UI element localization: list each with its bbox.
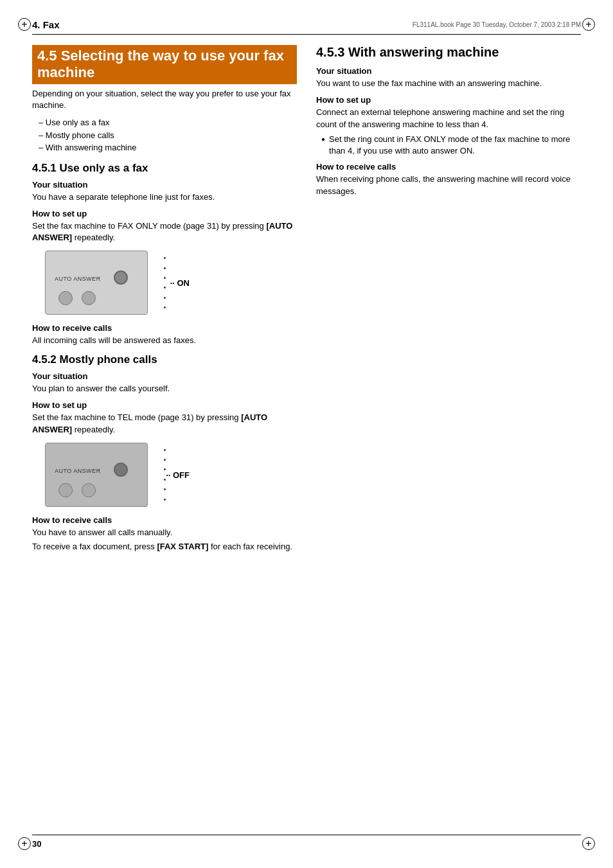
device-buttons-on	[58, 291, 96, 305]
dot-3	[164, 277, 166, 279]
dot-4	[164, 287, 166, 288]
device-label-on: AUTO ANSWER	[55, 276, 101, 282]
bullet-item-1: Use only as a fax	[39, 116, 297, 129]
section-451-receive-label: How to receive calls	[32, 323, 297, 333]
header-title: 4. Fax	[32, 19, 60, 30]
section-45-bar: 4.5 Selecting the way to use your fax ma…	[32, 45, 297, 84]
device-knob-on	[114, 270, 128, 285]
device-btn-1	[58, 291, 73, 305]
dot-off-6	[164, 499, 166, 500]
on-label: ·· ON	[170, 278, 190, 288]
section-452-your-situation-label: Your situation	[32, 371, 297, 381]
corner-mark-tr	[582, 18, 595, 31]
right-column: 4.5.3 With answering machine Your situat…	[316, 45, 581, 556]
device-btn-3	[58, 483, 73, 497]
section-452-setup-text: Set the fax machine to TEL mode (page 31…	[32, 412, 297, 436]
section-453-receive-text: When receiving phone calls, the answerin…	[316, 173, 581, 198]
section-453: 4.5.3 With answering machine Your situat…	[316, 45, 581, 198]
section-45-bullets: Use only as a fax Mostly phone calls Wit…	[39, 116, 297, 154]
left-column: 4.5 Selecting the way to use your fax ma…	[32, 45, 297, 556]
device-knob-off	[114, 463, 128, 477]
section-45: 4.5 Selecting the way to use your fax ma…	[32, 45, 297, 154]
device-btn-4	[82, 483, 96, 497]
section-451-setup-label: How to set up	[32, 209, 297, 218]
device-image-on: AUTO ANSWER	[45, 251, 161, 317]
page-header: 4. Fax FL311AL.book Page 30 Tuesday, Oct…	[32, 19, 581, 35]
corner-mark-tl	[18, 18, 31, 31]
section-45-title: 4.5 Selecting the way to use your fax ma…	[37, 48, 292, 82]
section-452-title: 4.5.2 Mostly phone calls	[32, 353, 297, 366]
section-453-title: 4.5.3 With answering machine	[316, 45, 581, 60]
dot-5	[164, 297, 166, 299]
bullet-item-2: Mostly phone calls	[39, 129, 297, 142]
file-info: FL311AL.book Page 30 Tuesday, October 7,…	[413, 21, 581, 28]
section-453-your-situation-text: You want to use the fax machine with an …	[316, 78, 581, 90]
section-452-receive-label: How to receive calls	[32, 515, 297, 525]
dot-off-2	[164, 459, 166, 461]
section-451-title: 4.5.1 Use only as a fax	[32, 162, 297, 175]
section-45-intro: Depending on your situation, select the …	[32, 88, 297, 111]
section-453-receive-label: How to receive calls	[316, 162, 581, 172]
section-453-setup-label: How to set up	[316, 95, 581, 105]
section-452: 4.5.2 Mostly phone calls Your situation …	[32, 353, 297, 553]
section-451: 4.5.1 Use only as a fax Your situation Y…	[32, 162, 297, 347]
device-label-off: AUTO ANSWER	[55, 468, 101, 474]
section-453-your-situation-label: Your situation	[316, 66, 581, 76]
corner-mark-br	[582, 837, 595, 850]
two-column-layout: 4.5 Selecting the way to use your fax ma…	[32, 45, 581, 556]
device-image-off: AUTO ANSWER	[45, 443, 161, 509]
device-box-on: AUTO ANSWER	[45, 251, 148, 315]
section-452-your-situation-text: You plan to answer the calls yourself.	[32, 383, 297, 395]
dot-6	[164, 306, 166, 308]
device-btn-2	[82, 291, 96, 305]
dot-off-1	[164, 449, 166, 451]
section-453-setup-text: Connect an external telephone answering …	[316, 107, 581, 131]
page-number: 30	[32, 839, 41, 849]
dot-1	[164, 257, 166, 259]
section-452-receive-text-1: You have to answer all calls manually.	[32, 527, 297, 539]
page-footer: 30	[32, 835, 581, 849]
section-452-receive-text-2: To receive a fax document, press [FAX ST…	[32, 541, 297, 553]
dot-2	[164, 267, 166, 269]
section-451-your-situation-label: Your situation	[32, 180, 297, 190]
section-453-sub-bullet: Set the ring count in FAX ONLY mode of t…	[321, 134, 581, 157]
page-container: 4. Fax FL311AL.book Page 30 Tuesday, Oct…	[0, 0, 613, 868]
corner-mark-bl	[18, 837, 31, 850]
dot-off-5	[164, 488, 166, 490]
section-451-setup-text: Set the fax machine to FAX ONLY mode (pa…	[32, 220, 297, 245]
bullet-item-3: With answering machine	[39, 141, 297, 154]
section-452-setup-label: How to set up	[32, 400, 297, 410]
off-label: ·· OFF	[166, 470, 190, 479]
section-451-your-situation-text: You have a separate telephone line just …	[32, 191, 297, 204]
section-451-receive-text: All incoming calls will be answered as f…	[32, 335, 297, 347]
device-buttons-off	[58, 483, 96, 497]
device-box-off: AUTO ANSWER	[45, 443, 148, 507]
